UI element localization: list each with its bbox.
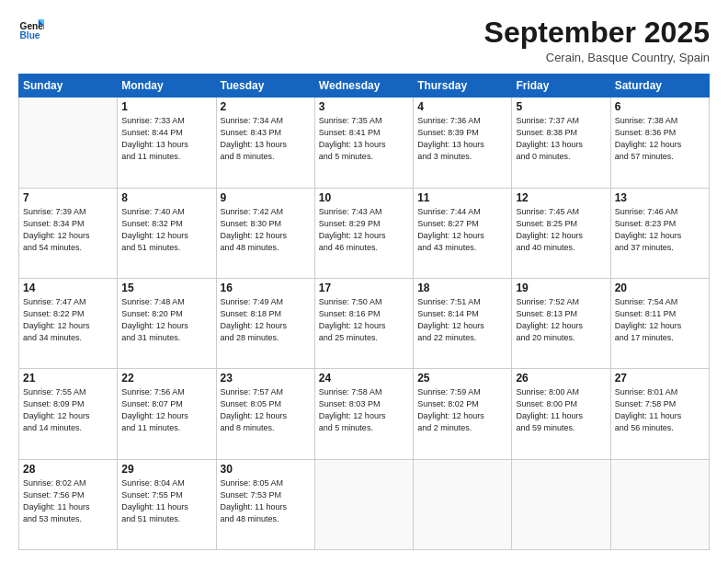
title-block: September 2025 Cerain, Basque Country, S… bbox=[484, 17, 710, 64]
table-row: 14Sunrise: 7:47 AMSunset: 8:22 PMDayligh… bbox=[19, 278, 118, 368]
col-friday: Friday bbox=[512, 75, 610, 98]
month-title: September 2025 bbox=[484, 17, 710, 49]
day-info: Sunrise: 8:05 AMSunset: 7:53 PMDaylight:… bbox=[221, 477, 311, 525]
day-info: Sunrise: 7:47 AMSunset: 8:22 PMDaylight:… bbox=[23, 296, 113, 344]
table-row: 3Sunrise: 7:35 AMSunset: 8:41 PMDaylight… bbox=[314, 98, 413, 188]
day-number: 15 bbox=[121, 282, 211, 294]
table-row: 16Sunrise: 7:49 AMSunset: 8:18 PMDayligh… bbox=[216, 278, 314, 368]
day-info: Sunrise: 7:37 AMSunset: 8:38 PMDaylight:… bbox=[516, 115, 606, 163]
table-row: 22Sunrise: 7:56 AMSunset: 8:07 PMDayligh… bbox=[118, 369, 216, 459]
col-wednesday: Wednesday bbox=[314, 75, 413, 98]
page: General Blue September 2025 Cerain, Basq… bbox=[0, 0, 728, 563]
col-sunday: Sunday bbox=[19, 75, 118, 98]
day-info: Sunrise: 7:55 AMSunset: 8:09 PMDaylight:… bbox=[23, 386, 113, 434]
table-row: 30Sunrise: 8:05 AMSunset: 7:53 PMDayligh… bbox=[216, 459, 314, 549]
day-number: 5 bbox=[516, 100, 606, 113]
day-number: 9 bbox=[221, 191, 311, 204]
calendar-week-row: 1Sunrise: 7:33 AMSunset: 8:44 PMDaylight… bbox=[19, 98, 710, 188]
table-row: 2Sunrise: 7:34 AMSunset: 8:43 PMDaylight… bbox=[216, 98, 314, 188]
day-number: 11 bbox=[417, 191, 507, 204]
day-number: 30 bbox=[221, 463, 311, 476]
day-number: 16 bbox=[221, 282, 311, 294]
calendar-week-row: 21Sunrise: 7:55 AMSunset: 8:09 PMDayligh… bbox=[19, 369, 710, 459]
table-row: 17Sunrise: 7:50 AMSunset: 8:16 PMDayligh… bbox=[314, 278, 413, 368]
day-info: Sunrise: 7:48 AMSunset: 8:20 PMDaylight:… bbox=[121, 296, 211, 344]
day-number: 26 bbox=[516, 372, 606, 385]
day-info: Sunrise: 8:02 AMSunset: 7:56 PMDaylight:… bbox=[23, 477, 113, 525]
table-row: 13Sunrise: 7:46 AMSunset: 8:23 PMDayligh… bbox=[610, 188, 709, 278]
day-number: 14 bbox=[23, 282, 113, 294]
day-info: Sunrise: 7:54 AMSunset: 8:11 PMDaylight:… bbox=[615, 296, 705, 344]
day-number: 13 bbox=[615, 191, 705, 204]
table-row: 7Sunrise: 7:39 AMSunset: 8:34 PMDaylight… bbox=[19, 188, 118, 278]
day-info: Sunrise: 7:44 AMSunset: 8:27 PMDaylight:… bbox=[417, 206, 507, 254]
table-row: 28Sunrise: 8:02 AMSunset: 7:56 PMDayligh… bbox=[19, 459, 118, 549]
day-info: Sunrise: 8:00 AMSunset: 8:00 PMDaylight:… bbox=[516, 386, 606, 434]
day-number: 19 bbox=[516, 282, 606, 294]
col-monday: Monday bbox=[118, 75, 216, 98]
day-number: 24 bbox=[319, 372, 409, 385]
day-info: Sunrise: 7:49 AMSunset: 8:18 PMDaylight:… bbox=[221, 296, 311, 344]
day-number: 18 bbox=[417, 282, 507, 294]
day-number: 20 bbox=[615, 282, 705, 294]
day-info: Sunrise: 7:59 AMSunset: 8:02 PMDaylight:… bbox=[417, 386, 507, 434]
day-info: Sunrise: 7:56 AMSunset: 8:07 PMDaylight:… bbox=[121, 386, 211, 434]
col-thursday: Thursday bbox=[414, 75, 512, 98]
table-row bbox=[19, 98, 118, 188]
calendar-week-row: 7Sunrise: 7:39 AMSunset: 8:34 PMDaylight… bbox=[19, 188, 710, 278]
table-row bbox=[610, 459, 709, 549]
day-info: Sunrise: 7:33 AMSunset: 8:44 PMDaylight:… bbox=[121, 115, 211, 163]
table-row: 12Sunrise: 7:45 AMSunset: 8:25 PMDayligh… bbox=[512, 188, 610, 278]
day-info: Sunrise: 7:50 AMSunset: 8:16 PMDaylight:… bbox=[319, 296, 409, 344]
table-row: 9Sunrise: 7:42 AMSunset: 8:30 PMDaylight… bbox=[216, 188, 314, 278]
calendar-week-row: 28Sunrise: 8:02 AMSunset: 7:56 PMDayligh… bbox=[19, 459, 710, 549]
table-row: 5Sunrise: 7:37 AMSunset: 8:38 PMDaylight… bbox=[512, 98, 610, 188]
table-row: 24Sunrise: 7:58 AMSunset: 8:03 PMDayligh… bbox=[314, 369, 413, 459]
header: General Blue September 2025 Cerain, Basq… bbox=[18, 17, 710, 64]
day-number: 22 bbox=[121, 372, 211, 385]
calendar-header-row: Sunday Monday Tuesday Wednesday Thursday… bbox=[19, 75, 710, 98]
table-row bbox=[314, 459, 413, 549]
table-row: 10Sunrise: 7:43 AMSunset: 8:29 PMDayligh… bbox=[314, 188, 413, 278]
table-row: 25Sunrise: 7:59 AMSunset: 8:02 PMDayligh… bbox=[414, 369, 512, 459]
day-number: 27 bbox=[615, 372, 705, 385]
day-info: Sunrise: 7:36 AMSunset: 8:39 PMDaylight:… bbox=[417, 115, 507, 163]
day-number: 6 bbox=[615, 100, 705, 113]
day-number: 8 bbox=[121, 191, 211, 204]
table-row: 20Sunrise: 7:54 AMSunset: 8:11 PMDayligh… bbox=[610, 278, 709, 368]
table-row: 26Sunrise: 8:00 AMSunset: 8:00 PMDayligh… bbox=[512, 369, 610, 459]
table-row: 21Sunrise: 7:55 AMSunset: 8:09 PMDayligh… bbox=[19, 369, 118, 459]
day-info: Sunrise: 7:35 AMSunset: 8:41 PMDaylight:… bbox=[319, 115, 409, 163]
table-row: 18Sunrise: 7:51 AMSunset: 8:14 PMDayligh… bbox=[414, 278, 512, 368]
day-number: 1 bbox=[121, 100, 211, 113]
day-info: Sunrise: 7:38 AMSunset: 8:36 PMDaylight:… bbox=[615, 115, 705, 163]
day-number: 17 bbox=[319, 282, 409, 294]
day-info: Sunrise: 7:43 AMSunset: 8:29 PMDaylight:… bbox=[319, 206, 409, 254]
table-row: 15Sunrise: 7:48 AMSunset: 8:20 PMDayligh… bbox=[118, 278, 216, 368]
day-number: 25 bbox=[417, 372, 507, 385]
svg-text:Blue: Blue bbox=[20, 30, 40, 40]
day-number: 23 bbox=[221, 372, 311, 385]
col-tuesday: Tuesday bbox=[216, 75, 314, 98]
day-info: Sunrise: 7:52 AMSunset: 8:13 PMDaylight:… bbox=[516, 296, 606, 344]
day-number: 28 bbox=[23, 463, 113, 476]
table-row: 19Sunrise: 7:52 AMSunset: 8:13 PMDayligh… bbox=[512, 278, 610, 368]
day-number: 21 bbox=[23, 372, 113, 385]
day-info: Sunrise: 7:51 AMSunset: 8:14 PMDaylight:… bbox=[417, 296, 507, 344]
day-number: 12 bbox=[516, 191, 606, 204]
table-row bbox=[512, 459, 610, 549]
calendar-table: Sunday Monday Tuesday Wednesday Thursday… bbox=[18, 74, 710, 550]
day-info: Sunrise: 7:46 AMSunset: 8:23 PMDaylight:… bbox=[615, 206, 705, 254]
col-saturday: Saturday bbox=[610, 75, 709, 98]
table-row: 27Sunrise: 8:01 AMSunset: 7:58 PMDayligh… bbox=[610, 369, 709, 459]
location: Cerain, Basque Country, Spain bbox=[484, 51, 710, 64]
table-row: 6Sunrise: 7:38 AMSunset: 8:36 PMDaylight… bbox=[610, 98, 709, 188]
table-row: 23Sunrise: 7:57 AMSunset: 8:05 PMDayligh… bbox=[216, 369, 314, 459]
day-info: Sunrise: 7:40 AMSunset: 8:32 PMDaylight:… bbox=[121, 206, 211, 254]
logo: General Blue bbox=[18, 17, 44, 42]
table-row: 4Sunrise: 7:36 AMSunset: 8:39 PMDaylight… bbox=[414, 98, 512, 188]
day-number: 3 bbox=[319, 100, 409, 113]
table-row: 29Sunrise: 8:04 AMSunset: 7:55 PMDayligh… bbox=[118, 459, 216, 549]
day-info: Sunrise: 8:04 AMSunset: 7:55 PMDaylight:… bbox=[121, 477, 211, 525]
day-number: 10 bbox=[319, 191, 409, 204]
